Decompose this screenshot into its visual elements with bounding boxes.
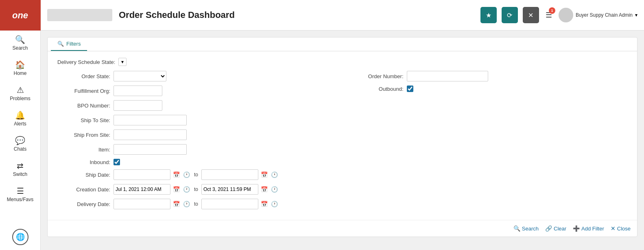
form-grid: Order State: Fulfillment Org: BPO Number…	[57, 71, 627, 213]
add-filter-label: Add Filter	[581, 226, 604, 232]
ship-date-to-input[interactable]	[201, 169, 258, 180]
sidebar-item-home-label: Home	[13, 70, 26, 76]
close-link-label: Close	[617, 226, 631, 232]
ship-date-label: Ship Date:	[57, 172, 110, 178]
bpo-number-input[interactable]	[114, 100, 162, 111]
ship-date-from-group: 📅 🕐 to 📅 🕐	[114, 169, 279, 180]
search-icon: 🔍	[15, 35, 25, 44]
sidebar-item-alerts[interactable]: 🔔 Alerts	[0, 106, 40, 132]
sidebar-item-switch-label: Switch	[13, 171, 27, 177]
bell-icon: 🔔	[15, 111, 25, 119]
filters-tab[interactable]: 🔍 Filters	[51, 37, 87, 51]
search-link-label: Search	[522, 226, 539, 232]
ship-date-to-clock-icon[interactable]: 🕐	[270, 171, 279, 179]
sidebar-item-chats[interactable]: 💬 Chats	[0, 132, 40, 157]
creation-date-to-label: to	[194, 186, 198, 192]
clear-link[interactable]: 🔗 Clear	[545, 225, 566, 232]
company-logo	[47, 9, 112, 21]
delivery-schedule-state-row: Delivery Schedule State: ▾	[57, 58, 627, 66]
delivery-date-label: Delivery Date:	[57, 201, 110, 207]
filters-tab-label: Filters	[66, 41, 81, 47]
delivery-date-from-input[interactable]	[114, 199, 170, 209]
star-icon: ★	[486, 11, 491, 19]
outbound-checkbox[interactable]	[407, 86, 413, 92]
creation-date-to-calendar-icon[interactable]: 📅	[260, 185, 269, 193]
creation-date-from-clock-icon[interactable]: 🕐	[182, 185, 191, 193]
ship-from-site-input[interactable]	[114, 129, 187, 140]
bpo-number-row: BPO Number:	[57, 100, 334, 111]
creation-date-to-clock-icon[interactable]: 🕐	[270, 185, 279, 193]
sidebar-item-alerts-label: Alerts	[14, 121, 26, 127]
bpo-number-label: BPO Number:	[57, 103, 110, 109]
user-dropdown-button[interactable]: ▾	[635, 12, 637, 18]
outbound-label: Outbound:	[351, 86, 404, 92]
inbound-label: Inbound:	[57, 159, 110, 165]
ship-date-row: Ship Date: 📅 🕐 to 📅 🕐	[57, 169, 334, 180]
ship-to-site-row: Ship To Site:	[57, 115, 334, 125]
ship-date-from-clock-icon[interactable]: 🕐	[182, 171, 191, 179]
filter-footer: 🔍 Search 🔗 Clear ➕ Add Filter ✕ Close	[48, 220, 637, 237]
order-state-select[interactable]	[114, 71, 166, 81]
ship-date-to-label: to	[194, 172, 198, 178]
fulfillment-org-row: Fulfillment Org:	[57, 86, 334, 96]
hamburger-menu-button[interactable]: ☰ 1	[544, 9, 554, 21]
order-number-label: Order Number:	[351, 73, 404, 79]
home-icon: 🏠	[15, 61, 25, 69]
delivery-date-to-label: to	[194, 201, 198, 207]
close-link[interactable]: ✕ Close	[611, 225, 631, 232]
delivery-date-to-input[interactable]	[201, 199, 258, 209]
sidebar-item-switch[interactable]: ⇄ Switch	[0, 157, 40, 182]
delivery-date-to-calendar-icon[interactable]: 📅	[260, 200, 269, 208]
sidebar-item-menus[interactable]: ☰ Menus/Favs	[0, 182, 40, 207]
add-filter-icon: ➕	[573, 225, 580, 232]
creation-date-row: Creation Date: 📅 🕐 to 📅 🕐	[57, 184, 334, 195]
delivery-date-from-calendar-icon[interactable]: 📅	[172, 200, 181, 208]
ship-to-site-label: Ship To Site:	[57, 117, 110, 123]
inbound-row: Inbound:	[57, 159, 334, 165]
delivery-schedule-state-button[interactable]: ▾	[118, 58, 127, 66]
ship-date-from-calendar-icon[interactable]: 📅	[172, 171, 181, 179]
item-row: Item:	[57, 144, 334, 155]
item-input[interactable]	[114, 144, 187, 155]
sidebar-item-menus-label: Menus/Favs	[7, 197, 33, 202]
order-state-label: Order State:	[57, 73, 110, 79]
delivery-date-to-clock-icon[interactable]: 🕐	[270, 200, 279, 208]
globe-icon[interactable]: 🌐	[12, 229, 28, 245]
creation-date-from-calendar-icon[interactable]: 📅	[172, 185, 181, 193]
ship-date-to-calendar-icon[interactable]: 📅	[260, 171, 269, 179]
favorite-button[interactable]: ★	[480, 7, 497, 23]
delivery-date-row: Delivery Date: 📅 🕐 to 📅 🕐	[57, 199, 334, 209]
user-name: Buyer Suppy Chain Admin	[576, 12, 633, 18]
ship-from-site-row: Ship From Site:	[57, 129, 334, 140]
sidebar-item-search[interactable]: 🔍 Search	[0, 31, 40, 56]
refresh-button[interactable]: ⟳	[502, 7, 518, 23]
search-link-icon: 🔍	[513, 225, 520, 232]
outbound-row: Outbound:	[351, 86, 628, 92]
delivery-date-from-clock-icon[interactable]: 🕐	[182, 200, 191, 208]
sidebar-item-home[interactable]: 🏠 Home	[0, 56, 40, 81]
filter-tabs: 🔍 Filters	[48, 37, 637, 51]
order-number-row: Order Number:	[351, 71, 628, 81]
creation-date-to-input[interactable]	[201, 184, 258, 195]
close-link-icon: ✕	[611, 225, 616, 232]
refresh-icon: ⟳	[507, 11, 512, 19]
notification-badge: 1	[549, 7, 555, 14]
header-close-button[interactable]: ✕	[523, 7, 539, 23]
add-filter-link[interactable]: ➕ Add Filter	[573, 225, 604, 232]
ship-to-site-input[interactable]	[114, 115, 187, 125]
left-column: Order State: Fulfillment Org: BPO Number…	[57, 71, 334, 213]
creation-date-from-input[interactable]	[114, 184, 170, 195]
chat-icon: 💬	[15, 136, 25, 145]
search-link[interactable]: 🔍 Search	[513, 225, 539, 232]
app-logo: one	[0, 0, 41, 31]
header: Order Schedule Dashboard ★ ⟳ ✕ ☰ 1 Buyer…	[41, 0, 644, 31]
close-icon: ✕	[528, 11, 533, 19]
inbound-checkbox[interactable]	[114, 159, 120, 165]
fulfillment-org-input[interactable]	[114, 86, 162, 96]
menu-icon: ☰	[17, 187, 24, 195]
ship-date-from-input[interactable]	[114, 169, 170, 180]
sidebar-item-problems[interactable]: ⚠ Problems	[0, 81, 40, 106]
filter-panel: 🔍 Filters Delivery Schedule State: ▾ Ord	[47, 37, 637, 237]
avatar	[559, 8, 573, 22]
order-number-input[interactable]	[407, 71, 488, 81]
